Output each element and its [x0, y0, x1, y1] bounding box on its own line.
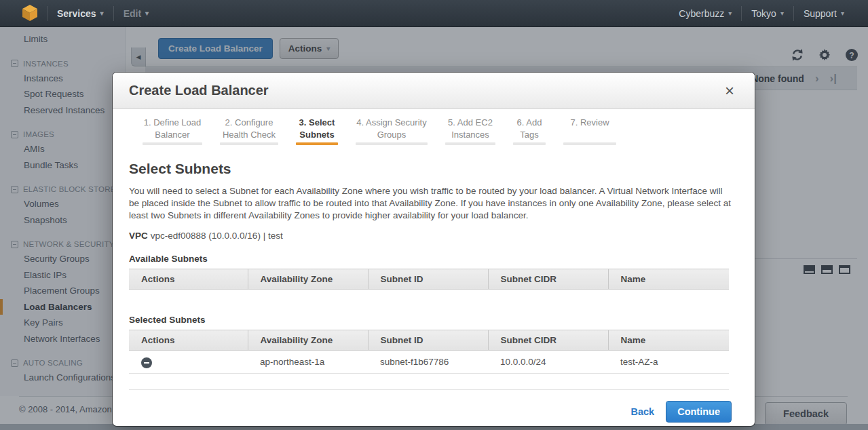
step-label: 4. Assign Security Groups	[356, 117, 428, 142]
chevron-down-icon: ▾	[100, 9, 104, 17]
chevron-down-icon: ▾	[145, 9, 149, 17]
services-menu[interactable]: Services ▾	[57, 8, 104, 19]
column-header-actions: Actions	[129, 269, 248, 290]
page-title: Select Subnets	[129, 161, 738, 177]
step-label: 7. Review	[570, 117, 609, 142]
nav-divider	[113, 6, 114, 21]
wizard-step-configure-health-check[interactable]: 2. Configure Health Check	[220, 117, 278, 145]
close-icon[interactable]: ×	[721, 83, 738, 99]
column-header-subnet-id: Subnet ID	[368, 330, 488, 351]
wizard-step-add-tags[interactable]: 6. Add Tags	[513, 117, 546, 145]
wizard-step-select-subnets[interactable]: 3. Select Subnets	[296, 117, 338, 145]
edit-menu[interactable]: Edit ▾	[124, 8, 149, 19]
nav-divider	[741, 6, 742, 21]
step-label: 1. Define Load Balancer	[143, 117, 202, 142]
column-header-subnet-cidr: Subnet CIDR	[488, 330, 608, 351]
region-label: Tokyo	[751, 8, 776, 19]
chevron-down-icon: ▾	[780, 9, 784, 17]
support-label: Support	[804, 8, 837, 19]
back-button[interactable]: Back	[631, 406, 655, 417]
available-subnets-table: Actions Availability Zone Subnet ID Subn…	[129, 269, 729, 290]
aws-logo[interactable]	[22, 5, 37, 22]
cell-subnet-id: subnet-f1b67786	[368, 351, 488, 374]
column-header-actions: Actions	[129, 330, 248, 351]
region-menu[interactable]: Tokyo ▾	[751, 8, 784, 19]
remove-subnet-icon[interactable]	[141, 357, 152, 368]
cell-subnet-cidr: 10.0.0.0/24	[488, 351, 608, 374]
column-header-subnet-id: Subnet ID	[368, 269, 488, 290]
wizard-step-review[interactable]: 7. Review	[563, 117, 616, 145]
top-nav-bar: Services ▾ Edit ▾ Cyberbuzz ▾ Tokyo ▾ Su…	[0, 0, 868, 27]
services-label: Services	[57, 8, 96, 19]
nav-divider	[47, 6, 48, 21]
cell-name: test-AZ-a	[608, 351, 729, 374]
account-menu[interactable]: Cyberbuzz ▾	[679, 8, 732, 19]
vpc-value: vpc-edf00888 (10.0.0.0/16) | test	[151, 231, 283, 241]
column-header-name: Name	[608, 330, 729, 351]
step-label: 5. Add EC2 Instances	[445, 117, 495, 142]
step-underline	[356, 142, 428, 145]
nav-divider	[793, 6, 794, 21]
step-underline	[220, 142, 278, 145]
create-load-balancer-dialog: Create Load Balancer × 1. Define Load Ba…	[113, 73, 755, 426]
column-header-subnet-cidr: Subnet CIDR	[488, 269, 608, 290]
wizard-step-define-load-balancer[interactable]: 1. Define Load Balancer	[143, 117, 202, 145]
chevron-down-icon: ▾	[841, 9, 844, 17]
continue-button[interactable]: Continue	[666, 401, 732, 423]
vpc-label: VPC	[129, 231, 148, 241]
wizard-step-assign-security-groups[interactable]: 4. Assign Security Groups	[356, 117, 428, 145]
cell-availability-zone: ap-northeast-1a	[248, 351, 368, 374]
account-label: Cyberbuzz	[679, 8, 724, 19]
chevron-down-icon: ▾	[728, 9, 732, 17]
step-label: 3. Select Subnets	[296, 117, 338, 142]
wizard-steps: 1. Define Load Balancer 2. Configure Hea…	[113, 109, 755, 145]
step-underline-active	[296, 142, 338, 145]
step-label: 2. Configure Health Check	[220, 117, 278, 142]
column-header-availability-zone: Availability Zone	[248, 269, 368, 290]
dialog-title: Create Load Balancer	[129, 83, 721, 98]
column-header-availability-zone: Availability Zone	[248, 330, 368, 351]
wizard-step-add-ec2-instances[interactable]: 5. Add EC2 Instances	[445, 117, 495, 145]
edit-label: Edit	[124, 8, 141, 19]
selected-subnets-table: Actions Availability Zone Subnet ID Subn…	[129, 330, 729, 374]
step-underline	[143, 142, 202, 145]
step-underline	[445, 142, 495, 145]
support-menu[interactable]: Support ▾	[804, 8, 844, 19]
step-underline	[513, 142, 546, 145]
dialog-header: Create Load Balancer ×	[113, 73, 755, 109]
subnet-description-text: You will need to select a Subnet for eac…	[129, 185, 732, 222]
step-underline	[563, 142, 616, 145]
dialog-footer-divider	[129, 389, 729, 390]
available-subnets-title: Available Subnets	[129, 254, 738, 264]
selected-subnets-title: Selected Subnets	[129, 315, 738, 325]
aws-cube-icon	[22, 5, 37, 22]
step-label: 6. Add Tags	[513, 117, 546, 142]
column-header-name: Name	[608, 269, 729, 290]
table-row: ap-northeast-1a subnet-f1b67786 10.0.0.0…	[129, 351, 729, 374]
page-background: Limits INSTANCES Instances Spot Requests…	[0, 27, 868, 430]
